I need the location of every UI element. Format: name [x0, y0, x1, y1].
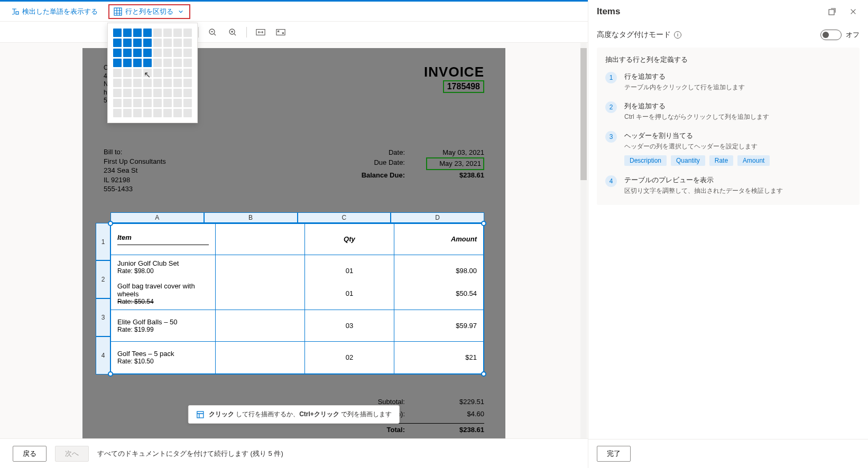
- next-button[interactable]: 次へ: [55, 446, 89, 462]
- col-header-b[interactable]: B: [204, 212, 298, 223]
- step-title: 行を追加する: [624, 72, 745, 81]
- dates-block: Date:May 03, 2021 Due Date:May 23, 2021 …: [362, 147, 484, 194]
- item-qty: 02: [346, 353, 353, 361]
- divider: [198, 27, 199, 38]
- document-canvas[interactable]: C 4 N h 5 INVOICE 1785498 Bill to: First…: [0, 43, 588, 438]
- balance-label: Balance Due:: [362, 170, 405, 181]
- svg-rect-0: [16, 12, 19, 14]
- item-amount: $50.54: [456, 289, 477, 297]
- bill-to-name: First Up Consultants: [104, 157, 166, 166]
- toggle-state: オフ: [846, 30, 860, 40]
- step-3: 3 ヘッダーを割り当てる ヘッダーの列を選択してヘッダーを設定します Descr…: [605, 131, 851, 166]
- step-2: 2 列を追加するCtrl キーを押しながらクリックして列を追加します: [605, 101, 851, 121]
- header-tag[interactable]: Quantity: [671, 155, 705, 166]
- row-header-3[interactable]: 3: [96, 298, 110, 336]
- table-selection[interactable]: A B C D 1 2 3 4: [104, 212, 484, 375]
- zoom-out-button[interactable]: [206, 26, 219, 39]
- zoom-in-button[interactable]: [226, 26, 239, 39]
- item-rate: Rate: $19.99: [117, 326, 209, 333]
- resize-handle-br[interactable]: [481, 371, 486, 377]
- item-name: Junior Golf Club Set: [117, 259, 209, 267]
- divider: [246, 27, 247, 38]
- row-header-1[interactable]: 1: [96, 223, 110, 261]
- scrollbar-thumb[interactable]: [580, 48, 587, 180]
- step-desc: ヘッダーの列を選択してヘッダーを設定します: [624, 142, 770, 151]
- table-icon: [114, 7, 122, 16]
- date-value: May 03, 2021: [426, 147, 484, 158]
- header-tag[interactable]: Rate: [709, 155, 733, 166]
- done-button[interactable]: 完了: [597, 446, 631, 462]
- back-button[interactable]: 戻る: [13, 446, 47, 462]
- col-header-c[interactable]: C: [298, 212, 391, 223]
- step-4: 4 テーブルのプレビューを表示区切り文字を調整して、抽出されたデータを検証します: [605, 175, 851, 195]
- chevron-down-icon: [177, 7, 185, 16]
- step-title: 列を追加する: [624, 101, 769, 111]
- due-date-label: Due Date:: [374, 157, 405, 170]
- step-desc: Ctrl キーを押しながらクリックして列を追加します: [624, 113, 769, 121]
- item-amount: $59.97: [456, 322, 477, 330]
- header-tag[interactable]: Amount: [737, 155, 770, 166]
- item-qty: 03: [346, 322, 353, 330]
- resize-handle-tr[interactable]: [481, 221, 486, 226]
- bill-to-street: 234 Sea St: [104, 166, 166, 175]
- info-icon[interactable]: i: [674, 31, 681, 39]
- step-1: 1 行を追加するテーブル内をクリックして行を追加します: [605, 72, 851, 92]
- draw-icon: [196, 410, 205, 419]
- footer-status: すべてのドキュメントにタグを付けて続行します (残り 5 件): [97, 449, 283, 458]
- bill-to-phone: 555-1433: [104, 184, 166, 194]
- col-header-d[interactable]: D: [391, 212, 484, 223]
- resize-handle-bl[interactable]: [108, 371, 113, 377]
- advanced-mode-label: 高度なタグ付けモード: [597, 30, 671, 40]
- item-rate: Rate: $98.00: [117, 267, 209, 275]
- step-title: ヘッダーを割り当てる: [624, 131, 770, 141]
- total-label: Total:: [387, 424, 405, 436]
- date-label: Date:: [389, 147, 405, 158]
- advanced-mode-toggle[interactable]: オフ: [820, 30, 860, 40]
- step-desc: テーブル内をクリックして行を追加します: [624, 83, 745, 92]
- show-detected-words-button[interactable]: 検出した単語を表示する: [7, 5, 101, 18]
- th-qty: Qty: [344, 235, 355, 243]
- item-qty: 01: [346, 289, 353, 297]
- step-desc: 区切り文字を調整して、抽出されたデータを検証します: [624, 186, 783, 195]
- svg-rect-1: [114, 8, 122, 15]
- fit-page-button[interactable]: [274, 26, 287, 39]
- grid-picker-cells: [113, 29, 192, 117]
- sidebar-panel: Items 高度なタグ付けモード i オフ 抽出する行と列を定義する: [588, 0, 868, 468]
- sidebar-title: Items: [597, 6, 620, 17]
- item-name: Golf Tees – 5 pack: [117, 350, 209, 358]
- item-amount: $21: [465, 353, 477, 361]
- resize-handle-tl[interactable]: [108, 221, 113, 226]
- show-words-label: 検出した単語を表示する: [22, 7, 98, 16]
- invoice-number: 1785498: [443, 80, 484, 93]
- delimit-label: 行と列を区切る: [125, 7, 173, 16]
- fit-width-button[interactable]: [254, 26, 267, 39]
- col-header-a[interactable]: A: [110, 212, 204, 223]
- step-number: 3: [605, 131, 617, 143]
- grid-size-picker[interactable]: ↖: [107, 23, 198, 123]
- row-header-4[interactable]: 4: [96, 336, 110, 375]
- item-name: Elite Golf Balls – 50: [117, 318, 209, 326]
- step-number: 1: [605, 72, 617, 83]
- row-header-2[interactable]: 2: [96, 260, 110, 298]
- th-amount: Amount: [451, 235, 477, 243]
- item-name: Golf bag travel cover with wheels: [117, 282, 209, 298]
- steps-title: 抽出する行と列を定義する: [605, 55, 851, 64]
- step-number: 4: [605, 175, 617, 187]
- item-amount: $98.00: [456, 267, 477, 275]
- delimit-rows-cols-button[interactable]: 行と列を区切る: [108, 4, 190, 19]
- subtotal-value: $229.51: [437, 396, 484, 408]
- step-title: テーブルのプレビューを表示: [624, 175, 783, 185]
- draw-hint-toast: クリック して行を描画するか、Ctrl+クリック で列を描画します: [188, 405, 400, 424]
- bill-to-block: Bill to: First Up Consultants 234 Sea St…: [104, 147, 166, 194]
- steps-panel: 抽出する行と列を定義する 1 行を追加するテーブル内をクリックして行を追加します…: [597, 48, 860, 205]
- header-tag[interactable]: Description: [624, 155, 667, 166]
- top-toolbar: 検出した単語を表示する 行と列を区切る: [0, 2, 588, 22]
- close-button[interactable]: [847, 5, 860, 18]
- table-grid[interactable]: Item Qty Amount Junior Golf Club Set Rat…: [110, 223, 484, 375]
- main-footer: 戻る 次へ すべてのドキュメントにタグを付けて続行します (残り 5 件): [0, 438, 588, 468]
- item-rate: Rate: $10.50: [117, 358, 209, 365]
- vertical-scrollbar[interactable]: [580, 43, 587, 438]
- popout-button[interactable]: [826, 5, 838, 18]
- bill-to-city: IL 92198: [104, 175, 166, 185]
- th-item: Item: [117, 233, 209, 241]
